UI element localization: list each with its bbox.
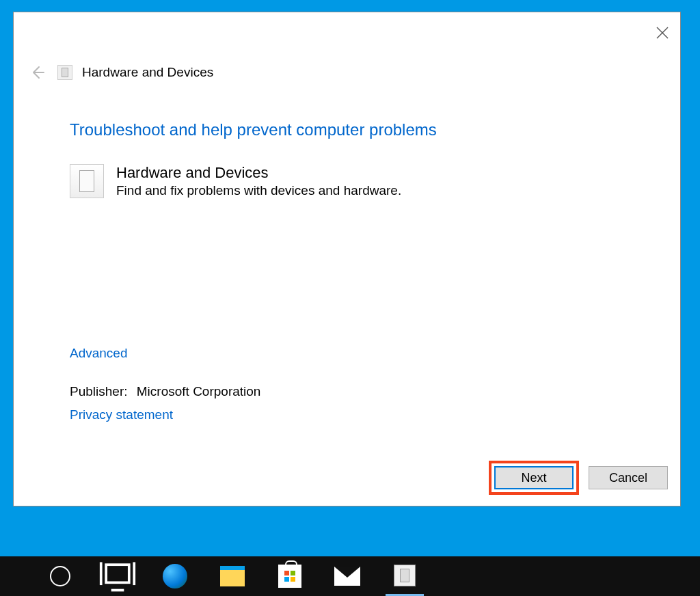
close-button[interactable] — [653, 23, 672, 42]
troubleshooter-item: Hardware and Devices Find and fix proble… — [70, 164, 653, 198]
back-arrow-icon — [29, 64, 45, 81]
publisher-value: Microsoft Corporation — [137, 384, 261, 398]
file-explorer-icon — [220, 566, 245, 586]
title-row: Hardware and Devices — [26, 62, 213, 83]
dialog-title: Hardware and Devices — [82, 65, 213, 80]
edge-icon — [163, 564, 187, 588]
mail-icon — [334, 567, 360, 586]
cortana-icon — [50, 566, 70, 586]
highlight-annotation: Next — [489, 461, 579, 495]
item-description: Find and fix problems with devices and h… — [116, 183, 401, 198]
hardware-devices-icon — [57, 65, 72, 80]
troubleshooter-taskbar-button[interactable] — [386, 556, 424, 596]
cortana-button[interactable] — [41, 556, 79, 596]
back-button[interactable] — [26, 62, 48, 83]
mail-button[interactable] — [328, 556, 366, 596]
svg-rect-2 — [106, 565, 129, 582]
dialog-content: Troubleshoot and help prevent computer p… — [70, 120, 653, 198]
next-button[interactable]: Next — [494, 466, 574, 489]
item-title: Hardware and Devices — [116, 164, 401, 182]
dialog-header — [14, 12, 680, 53]
task-view-button[interactable] — [98, 556, 137, 596]
microsoft-store-button[interactable] — [271, 556, 309, 596]
taskbar — [0, 556, 700, 596]
close-icon — [656, 27, 669, 39]
privacy-statement-link[interactable]: Privacy statement — [70, 407, 173, 422]
store-icon — [278, 565, 301, 588]
button-bar: Next Cancel — [489, 461, 668, 495]
troubleshooter-dialog: Hardware and Devices Troubleshoot and he… — [13, 12, 681, 506]
task-view-icon — [98, 557, 137, 595]
edge-button[interactable] — [156, 556, 194, 596]
publisher-row: Publisher: Microsoft Corporation — [70, 384, 260, 399]
hardware-devices-large-icon — [70, 164, 104, 198]
page-heading: Troubleshoot and help prevent computer p… — [70, 120, 653, 139]
file-explorer-button[interactable] — [213, 556, 252, 596]
publisher-label: Publisher: — [70, 384, 128, 398]
hardware-devices-taskbar-icon — [394, 565, 416, 586]
cancel-button[interactable]: Cancel — [589, 466, 668, 489]
advanced-link[interactable]: Advanced — [70, 346, 128, 361]
